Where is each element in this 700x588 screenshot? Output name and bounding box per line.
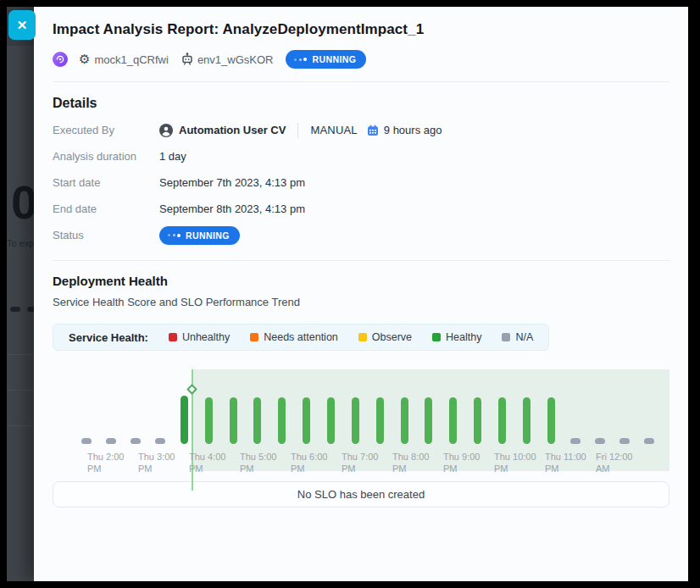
legend-item: Observe (358, 331, 412, 343)
environment-meta: env1_wGsKOR (181, 53, 274, 66)
deployment-health-heading: Deployment Health (53, 274, 669, 288)
detail-label: Executed By (53, 124, 159, 136)
legend-label: Unhealthy (182, 331, 230, 343)
no-slo-message: No SLO has been created (53, 481, 669, 508)
legend-label: Healthy (446, 331, 481, 343)
legend-swatch-icon (358, 333, 367, 341)
health-bar-na (619, 438, 630, 444)
user-icon (159, 124, 173, 137)
gear-icon: ⚙ (79, 53, 90, 66)
calendar-icon (367, 125, 379, 136)
health-chart[interactable]: Thu 2:00PMThu 3:00PMThu 4:00PMThu 5:00PM… (53, 363, 669, 474)
x-axis-label: Thu 8:00PM (392, 451, 429, 474)
health-bar-na (81, 438, 92, 444)
close-button[interactable]: ✕ (8, 10, 36, 40)
legend-label: N/A (515, 331, 533, 343)
running-badge-label: RUNNING (186, 230, 230, 241)
detail-row-start-date: Start date September 7th 2023, 4:13 pm (53, 169, 669, 196)
health-bar-healthy (327, 397, 335, 444)
detail-label: End date (53, 202, 159, 215)
health-bar-healthy (376, 397, 384, 444)
executed-time: 9 hours ago (384, 124, 442, 136)
page-title: Impact Analysis Report: AnalyzeDeploymen… (53, 7, 669, 38)
loading-dots-icon (294, 58, 307, 61)
x-axis-label: Fri 12:00AM (596, 451, 632, 474)
legend-item: Unhealthy (169, 331, 230, 343)
detail-label: Start date (53, 176, 159, 189)
legend-label: Observe (372, 331, 412, 343)
running-badge-label: RUNNING (312, 54, 356, 64)
impact-analysis-drawer: Impact Analysis Report: AnalyzeDeploymen… (34, 7, 688, 581)
detail-row-status: Status RUNNING (53, 222, 669, 248)
deployment-health-subtitle: Service Health Score and SLO Performance… (53, 296, 669, 308)
x-axis-label: Thu 5:00PM (240, 451, 276, 474)
health-bar-healthy (547, 397, 555, 444)
legend-swatch-icon (432, 333, 441, 341)
executed-by-user: Automation User CV (179, 124, 286, 136)
modal-backdrop[interactable] (7, 7, 34, 581)
detail-value: September 8th 2023, 4:13 pm (159, 202, 305, 215)
x-axis-label: Thu 7:00PM (342, 451, 378, 474)
impact-analysis-icon (53, 52, 68, 67)
service-name: mock1_qCRfwi (94, 53, 168, 66)
health-bar-healthy (278, 397, 286, 444)
detail-label: Analysis duration (53, 150, 159, 163)
x-axis-label: Thu 9:00PM (443, 451, 480, 474)
health-bar-healthy (303, 397, 310, 444)
section-divider (53, 260, 669, 261)
running-badge: RUNNING (286, 50, 366, 69)
detail-label: Status (53, 229, 159, 241)
trigger-type: MANUAL (310, 124, 357, 136)
report-meta-row: ⚙ mock1_qCRfwi env1_wGsKOR RUNNING (53, 49, 669, 69)
health-bar-na (106, 438, 116, 444)
health-bar-na (131, 438, 141, 444)
detail-row-executed-by: Executed By Automation User CV MANUAL (53, 117, 669, 143)
health-bar-healthy (449, 397, 457, 444)
health-bar-healthy (205, 397, 213, 444)
x-axis-label: Thu 11:00PM (545, 451, 586, 474)
legend-item: Healthy (432, 331, 481, 343)
environment-name: env1_wGsKOR (197, 53, 274, 66)
loading-dots-icon (168, 234, 181, 237)
detail-row-end-date: End date September 8th 2023, 4:13 pm (53, 196, 669, 222)
x-axis-label: Thu 3:00PM (138, 451, 175, 474)
health-bar-healthy (230, 397, 237, 444)
environment-icon (181, 53, 193, 66)
health-bar-healthy (498, 397, 506, 444)
service-health-legend: Service Health: UnhealthyNeeds attention… (53, 324, 549, 351)
detail-row-duration: Analysis duration 1 day (53, 143, 669, 169)
detail-value: September 7th 2023, 4:13 pm (159, 176, 305, 189)
legend-item: N/A (502, 331, 533, 343)
health-bar-na (570, 438, 581, 444)
legend-swatch-icon (169, 333, 177, 341)
vertical-divider (297, 123, 298, 138)
health-bar-na (595, 438, 605, 444)
x-axis-label: Thu 6:00PM (291, 451, 327, 474)
details-heading: Details (53, 96, 669, 111)
health-bar-deployment (181, 396, 188, 444)
health-bar-healthy (523, 397, 531, 444)
running-badge: RUNNING (159, 226, 240, 245)
x-axis-label: Thu 10:00PM (494, 451, 536, 474)
health-bar-healthy (474, 397, 481, 444)
legend-swatch-icon (250, 333, 258, 341)
legend-title: Service Health: (69, 331, 148, 344)
header-divider (53, 81, 669, 82)
x-axis-label: Thu 2:00PM (87, 451, 124, 474)
health-bar-healthy (401, 397, 408, 444)
legend-swatch-icon (502, 333, 510, 341)
health-bar-healthy (352, 397, 359, 444)
health-bar-healthy (253, 397, 261, 444)
x-axis-label: Thu 4:00PM (189, 451, 225, 474)
health-bar-healthy (425, 397, 432, 444)
service-meta: ⚙ mock1_qCRfwi (79, 53, 169, 66)
detail-value: 1 day (159, 150, 186, 163)
legend-label: Needs attention (264, 331, 338, 343)
health-bar-na (644, 438, 654, 444)
health-bar-na (155, 438, 165, 444)
legend-item: Needs attention (250, 331, 338, 343)
